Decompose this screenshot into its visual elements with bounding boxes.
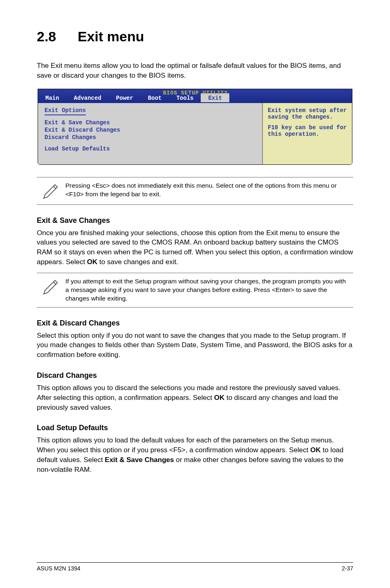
intro-paragraph: The Exit menu items allow you to load th… [37,61,353,81]
para-exit-save: Once you are finished making your select… [37,228,353,267]
page: 2.8Exit menu The Exit menu items allow y… [0,0,390,588]
note-esc: Pressing <Esc> does not immediately exit… [37,177,353,205]
bios-item-load-defaults: Load Setup Defaults [45,146,256,152]
para-exit-discard: Select this option only if you do not wa… [37,331,353,360]
note-enter: If you attempt to exit the Setup program… [37,273,353,307]
bios-right-pane: Exit system setup after saving the chang… [262,103,352,164]
bios-item-exit-discard: Exit & Discard Changes [45,127,256,133]
bios-exit-options-header: Exit Options [45,107,86,115]
subhead-exit-discard: Exit & Discard Changes [37,319,353,328]
bios-screenshot: BIOS SETUP UTILITY Main Advanced Power B… [38,89,352,165]
footer-left: ASUS M2N 1394 [37,565,81,572]
para-discard: This option allows you to discard the se… [37,383,353,412]
section-title: Exit menu [78,29,144,44]
bios-tab-advanced: Advanced [67,93,109,102]
bios-tab-tools: Tools [169,93,201,102]
para-load-ok: OK [310,446,321,454]
para-discard-ok: OK [214,394,225,402]
para-exit-save-pre: Once you are finished making your select… [37,229,353,266]
bios-help-line1: Exit system setup after saving the chang… [268,107,347,120]
page-footer: ASUS M2N 1394 2-37 [37,562,353,572]
section-number: 2.8 [37,29,78,45]
bios-tab-power: Power [109,93,141,102]
section-heading: 2.8Exit menu [37,29,353,45]
para-load-exitsave: Exit & Save Changes [105,456,174,464]
para-exit-save-ok: OK [87,258,98,266]
bios-tab-exit: Exit [201,93,229,102]
subhead-exit-save: Exit & Save Changes [37,216,353,225]
bios-item-exit-save: Exit & Save Changes [45,119,256,126]
bios-left-pane: Exit Options Exit & Save Changes Exit & … [38,103,262,164]
subhead-load-defaults: Load Setup Defaults [37,424,353,432]
note-enter-text: If you attempt to exit the Setup program… [65,277,353,303]
bios-body: Exit Options Exit & Save Changes Exit & … [38,103,352,164]
para-load-defaults: This option allows you to load the defau… [37,435,353,474]
pencil-icon [37,277,65,296]
subhead-discard: Discard Changes [37,371,353,380]
footer-right: 2-37 [342,565,353,572]
note-esc-text: Pressing <Esc> does not immediately exit… [65,182,353,199]
bios-tab-main: Main [38,93,67,102]
bios-item-discard: Discard Changes [45,134,256,141]
bios-help-line2: F10 key can be used for this operation. [268,124,347,137]
para-exit-save-post: to save changes and exit. [97,258,178,266]
pencil-icon [37,182,65,200]
bios-tab-boot: Boot [141,93,169,102]
para-load-pre: This option allows you to load the defau… [37,436,334,454]
bios-menubar: Main Advanced Power Boot Tools Exit [38,89,352,103]
